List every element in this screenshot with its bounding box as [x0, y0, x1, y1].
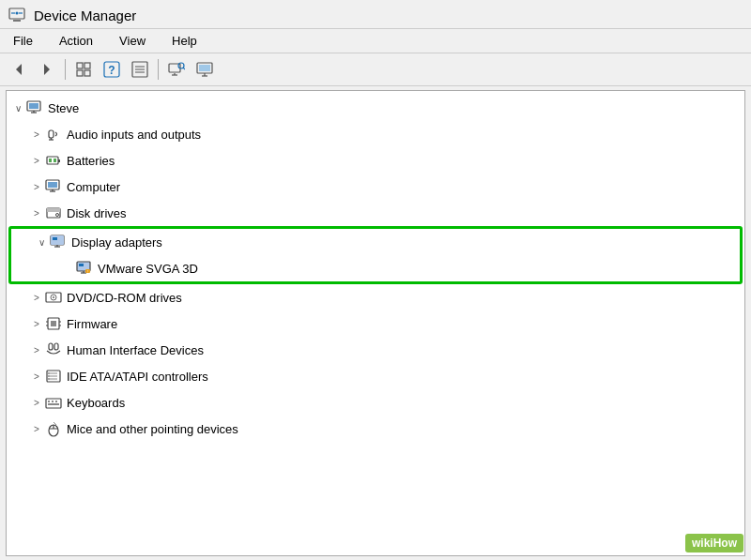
svg-rect-35	[49, 159, 52, 162]
monitor-button[interactable]	[192, 57, 218, 82]
firmware-expand-icon: >	[29, 316, 44, 331]
ide-icon	[44, 367, 63, 386]
details-button[interactable]	[127, 57, 153, 82]
title-bar: Device Manager	[0, 0, 751, 29]
hid-icon	[44, 341, 63, 359]
svg-rect-42	[47, 208, 60, 212]
tree-item-mice[interactable]: > Mice and other pointing devices	[7, 416, 744, 442]
displayadapters-label: Display adapters	[71, 235, 162, 250]
forward-icon	[38, 61, 55, 78]
menu-file[interactable]: File	[8, 32, 38, 50]
vmware-label: VMware SVGA 3D	[98, 262, 198, 276]
dvd-expand-icon: >	[29, 290, 44, 305]
svg-rect-10	[84, 70, 90, 76]
diskdrives-expand-icon: >	[29, 205, 44, 220]
svg-text:?: ?	[108, 64, 115, 77]
svg-marker-6	[44, 64, 50, 75]
menu-action[interactable]: Action	[54, 32, 99, 50]
mice-label: Mice and other pointing devices	[67, 422, 238, 436]
display-adapter-icon	[49, 233, 68, 251]
menu-view[interactable]: View	[114, 32, 151, 50]
tree-item-vmware-svga[interactable]: > ! VMware SVGA 3D	[11, 255, 740, 281]
svg-point-70	[48, 372, 50, 374]
dvd-icon	[44, 288, 63, 307]
audio-icon	[44, 125, 63, 144]
tree-item-display-adapters[interactable]: ∨ Display adapters	[11, 229, 740, 255]
ide-label: IDE ATA/ATAPI controllers	[67, 370, 208, 384]
help-icon: ?	[103, 61, 120, 78]
svg-rect-9	[77, 70, 83, 76]
tree-item-audio[interactable]: > Audio inputs and outputs	[7, 121, 744, 147]
menu-help[interactable]: Help	[166, 32, 203, 50]
batteries-expand-icon: >	[29, 153, 44, 168]
svg-point-72	[48, 378, 50, 380]
dvd-label: DVD/CD-ROM drives	[67, 291, 182, 305]
tree-item-keyboards[interactable]: > Keyboards	[7, 389, 744, 416]
mice-icon	[44, 419, 63, 438]
svg-rect-64	[49, 343, 53, 350]
svg-line-21	[183, 68, 185, 69]
tree-item-diskdrives[interactable]: > Disk drives	[7, 200, 744, 226]
keyboards-label: Keyboards	[67, 396, 125, 410]
toolbar: ?	[0, 53, 751, 86]
device-tree: ∨ Steve >	[7, 91, 744, 446]
tree-item-firmware[interactable]: > Firmware	[7, 310, 744, 337]
scan-icon	[168, 61, 185, 78]
details-icon	[131, 61, 148, 78]
svg-rect-75	[52, 401, 54, 402]
properties-icon	[75, 61, 92, 78]
properties-button[interactable]	[70, 57, 97, 82]
svg-text:!: !	[87, 269, 88, 274]
back-button[interactable]	[6, 57, 32, 82]
svg-point-20	[178, 63, 184, 68]
hid-label: Human Interface Devices	[67, 343, 204, 357]
monitor-icon	[196, 61, 213, 78]
svg-rect-30	[49, 130, 54, 138]
content-area: ∨ Steve >	[6, 90, 745, 556]
highlight-box: ∨ Display adapters >	[8, 226, 743, 284]
tree-item-ide[interactable]: > IDE ATA/ATAPI controllers	[7, 363, 744, 389]
svg-rect-48	[53, 237, 57, 240]
computer-label: Computer	[67, 180, 120, 194]
svg-marker-5	[16, 64, 22, 75]
scan-button[interactable]	[163, 57, 190, 82]
svg-rect-65	[54, 343, 58, 350]
tree-item-hid[interactable]: > Human Interface Devices	[7, 337, 744, 363]
svg-rect-52	[79, 264, 84, 266]
firmware-icon	[44, 314, 63, 333]
svg-rect-40	[48, 182, 57, 188]
svg-rect-59	[51, 321, 56, 326]
firmware-label: Firmware	[67, 317, 117, 331]
tree-root-steve[interactable]: ∨ Steve	[7, 95, 744, 121]
svg-rect-76	[55, 401, 57, 402]
tree-item-dvd[interactable]: > DVD/CD-ROM drives	[7, 284, 744, 310]
batteries-icon	[44, 151, 63, 170]
help-button[interactable]: ?	[99, 57, 125, 82]
computer-icon	[25, 98, 44, 117]
svg-point-3	[16, 12, 19, 15]
disk-icon	[44, 204, 63, 222]
wikihow-badge: wikiHow	[685, 534, 743, 552]
forward-button[interactable]	[34, 57, 60, 82]
root-expand-icon: ∨	[10, 100, 25, 115]
vmware-icon: !	[75, 259, 94, 278]
app-icon	[8, 6, 26, 24]
keyboard-icon	[44, 393, 63, 412]
svg-rect-7	[77, 63, 83, 68]
svg-rect-1	[13, 20, 21, 22]
mice-expand-icon: >	[29, 421, 44, 436]
svg-rect-25	[199, 65, 210, 71]
toolbar-separator-1	[65, 59, 66, 80]
toolbar-separator-2	[158, 59, 159, 80]
svg-rect-34	[58, 159, 60, 162]
svg-point-43	[56, 214, 59, 217]
tree-item-computer[interactable]: > Computer	[7, 174, 744, 200]
computer-tree-icon	[44, 177, 63, 196]
menu-bar: File Action View Help	[0, 29, 751, 53]
svg-rect-8	[84, 63, 90, 68]
svg-point-57	[53, 296, 54, 298]
diskdrives-label: Disk drives	[67, 206, 127, 220]
window-title: Device Manager	[34, 8, 136, 23]
computer-expand-icon: >	[29, 179, 44, 194]
tree-item-batteries[interactable]: > Batteries	[7, 147, 744, 174]
